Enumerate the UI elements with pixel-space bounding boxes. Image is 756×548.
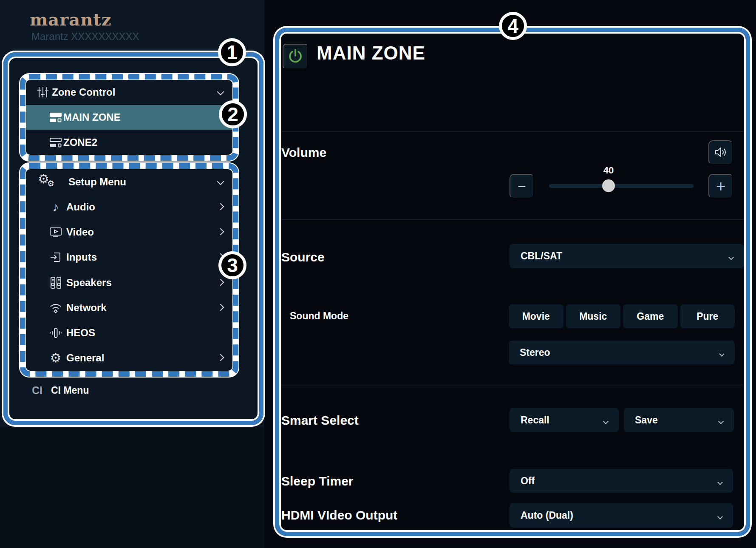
sound-mode-movie-button[interactable]: Movie <box>509 304 563 328</box>
volume-slider-knob[interactable] <box>602 179 615 192</box>
divider <box>281 131 744 132</box>
hdmi-video-output-value: Auto (Dual) <box>521 510 573 521</box>
source-label: Source <box>281 250 325 264</box>
sound-mode-dropdown[interactable]: Stereo <box>509 341 735 364</box>
device-model-label: Marantz XXXXXXXXXX <box>31 31 139 43</box>
divider <box>281 219 744 220</box>
audio-item-label: Audio <box>66 201 95 213</box>
wifi-icon <box>47 302 64 314</box>
video-item-label: Video <box>66 226 94 238</box>
mute-button[interactable] <box>708 140 733 165</box>
smart-select-recall-dropdown[interactable]: Recall <box>510 408 619 432</box>
callout-number-1: 1 <box>218 38 246 66</box>
sidebar-item-general[interactable]: ⚙ General <box>26 346 232 371</box>
chevron-down-icon <box>604 415 608 426</box>
sidebar-item-audio[interactable]: ♪ Audio <box>26 194 232 219</box>
chevron-right-icon <box>218 354 223 362</box>
zone-control-header[interactable]: Zone Control <box>26 80 232 105</box>
sidebar-item-inputs[interactable]: Inputs <box>26 245 232 270</box>
sidebar-item-speakers[interactable]: Speakers <box>26 270 232 295</box>
input-arrow-icon <box>47 251 64 263</box>
chevron-down-icon <box>720 347 724 358</box>
volume-value: 40 <box>596 165 621 176</box>
ci-icon: CI <box>32 384 42 397</box>
volume-increase-button[interactable]: + <box>708 174 733 199</box>
zone-icon <box>47 112 64 123</box>
chevron-down-icon <box>218 178 223 186</box>
sound-mode-current: Stereo <box>520 347 550 358</box>
gear-icon: ⚙ <box>47 352 64 364</box>
chevron-right-icon <box>218 304 223 312</box>
marantz-web-control-page: marantz Marantz XXXXXXXXXX Zone Control <box>0 0 756 548</box>
recall-value: Recall <box>521 415 549 426</box>
hdmi-video-output-label: HDMI VIdeo Output <box>281 508 397 522</box>
tv-icon <box>47 226 64 238</box>
setup-menu-header[interactable]: ⚙ ⚙ Setup Menu <box>26 169 232 194</box>
source-value: CBL/SAT <box>521 250 562 262</box>
callout-number-4: 4 <box>499 12 527 40</box>
sidebar-item-ci-menu[interactable]: CI CI Menu <box>0 382 238 399</box>
volume-decrease-button[interactable]: − <box>510 174 534 199</box>
speakers-icon <box>47 276 64 289</box>
zone-control-label: Zone Control <box>52 86 115 98</box>
sidebar-item-heos[interactable]: HEOS <box>26 321 232 346</box>
speaker-icon <box>714 146 728 160</box>
volume-slider-track[interactable] <box>549 184 694 188</box>
sound-mode-pure-button[interactable]: Pure <box>680 304 735 328</box>
heos-icon <box>47 327 64 339</box>
sidebar-bottom-strip <box>0 427 264 548</box>
volume-label: Volume <box>281 145 326 160</box>
callout-box-zone-control: Zone Control MAIN ZONE <box>19 73 239 162</box>
page-title: MAIN ZONE <box>317 43 425 64</box>
power-icon <box>287 48 303 65</box>
double-gear-icon: ⚙ ⚙ <box>38 173 55 190</box>
chevron-down-icon <box>719 415 723 426</box>
callout-number-2: 2 <box>219 100 247 128</box>
smart-select-label: Smart Select <box>281 413 359 428</box>
divider <box>281 385 744 385</box>
network-item-label: Network <box>66 302 107 314</box>
chevron-down-icon <box>218 88 223 96</box>
callout-number-3: 3 <box>218 251 246 279</box>
sound-mode-label: Sound Mode <box>290 310 348 322</box>
main-zone-item-label: MAIN ZONE <box>63 111 121 123</box>
sidebar-item-main-zone[interactable]: MAIN ZONE <box>26 105 232 130</box>
sleep-timer-dropdown[interactable]: Off <box>510 469 733 493</box>
sidebar-item-video[interactable]: Video <box>26 220 232 245</box>
chevron-right-icon <box>218 203 223 211</box>
callout-box-main-zone-panel <box>275 28 750 536</box>
sliders-icon <box>34 86 51 99</box>
chevron-down-icon <box>729 250 733 262</box>
music-note-icon: ♪ <box>47 201 64 213</box>
speakers-item-label: Speakers <box>66 277 112 289</box>
zone-icon <box>47 137 64 148</box>
chevron-down-icon <box>718 475 722 487</box>
chevron-right-icon <box>218 279 223 287</box>
setup-menu-label: Setup Menu <box>68 176 126 188</box>
heos-item-label: HEOS <box>66 327 95 339</box>
brand-logo: marantz <box>30 9 112 29</box>
save-value: Save <box>635 415 658 426</box>
chevron-right-icon <box>218 228 223 236</box>
sleep-timer-label: Sleep Timer <box>281 474 354 488</box>
callout-box-setup-menu: ⚙ ⚙ Setup Menu ♪ Audio <box>19 162 239 378</box>
hdmi-video-output-dropdown[interactable]: Auto (Dual) <box>510 503 733 528</box>
sound-mode-music-button[interactable]: Music <box>566 304 621 328</box>
source-dropdown[interactable]: CBL/SAT <box>510 244 744 268</box>
sound-mode-buttons: Movie Music Game Pure <box>509 304 735 328</box>
zone2-item-label: ZONE2 <box>63 136 97 148</box>
ci-menu-label: CI Menu <box>51 385 89 396</box>
sound-mode-game-button[interactable]: Game <box>623 304 678 328</box>
chevron-down-icon <box>718 510 722 521</box>
power-button[interactable] <box>283 44 308 69</box>
sidebar-item-network[interactable]: Network <box>26 295 232 320</box>
smart-select-save-dropdown[interactable]: Save <box>624 408 734 432</box>
sleep-timer-value: Off <box>521 475 535 487</box>
inputs-item-label: Inputs <box>66 251 97 263</box>
sidebar-item-zone2[interactable]: ZONE2 <box>26 130 232 155</box>
general-item-label: General <box>66 352 104 364</box>
